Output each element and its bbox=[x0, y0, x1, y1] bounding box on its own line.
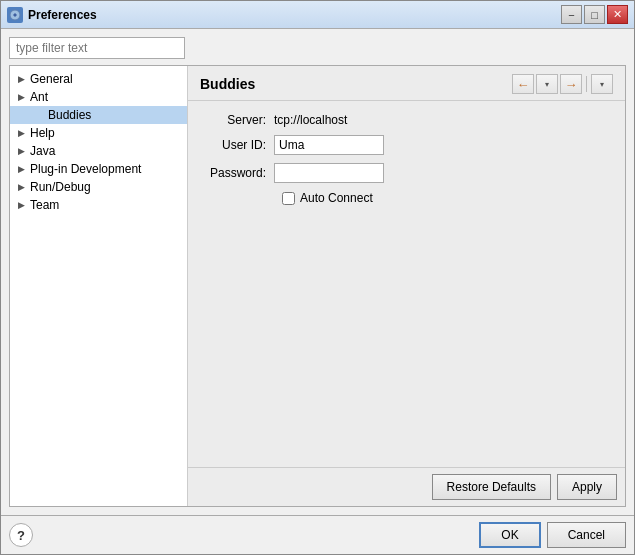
maximize-button[interactable]: □ bbox=[584, 5, 605, 24]
sidebar-item-java[interactable]: Java bbox=[10, 142, 187, 160]
sidebar: General Ant Buddies Help bbox=[10, 66, 188, 506]
toolbar-separator bbox=[586, 76, 587, 92]
password-input[interactable] bbox=[274, 163, 384, 183]
cancel-button[interactable]: Cancel bbox=[547, 522, 626, 548]
minimize-button[interactable]: − bbox=[561, 5, 582, 24]
sidebar-item-run-debug[interactable]: Run/Debug bbox=[10, 178, 187, 196]
sidebar-item-buddies[interactable]: Buddies bbox=[10, 106, 187, 124]
preferences-window: Preferences − □ ✕ General An bbox=[0, 0, 635, 555]
search-input[interactable] bbox=[9, 37, 185, 59]
sidebar-label-team: Team bbox=[30, 198, 59, 212]
sidebar-item-ant[interactable]: Ant bbox=[10, 88, 187, 106]
sidebar-label-buddies: Buddies bbox=[48, 108, 91, 122]
close-button[interactable]: ✕ bbox=[607, 5, 628, 24]
window-controls: − □ ✕ bbox=[561, 5, 628, 24]
window-title: Preferences bbox=[28, 8, 561, 22]
auto-connect-label: Auto Connect bbox=[300, 191, 373, 205]
main-panel: General Ant Buddies Help bbox=[9, 65, 626, 507]
expand-arrow-general bbox=[14, 72, 28, 86]
sidebar-label-general: General bbox=[30, 72, 73, 86]
panel-title: Buddies bbox=[200, 76, 255, 92]
window-icon bbox=[7, 7, 23, 23]
expand-arrow-team bbox=[14, 198, 28, 212]
content-area: General Ant Buddies Help bbox=[1, 29, 634, 515]
forward-button[interactable]: → bbox=[560, 74, 582, 94]
server-row: Server: tcp://localhost bbox=[204, 113, 609, 127]
sidebar-item-plugin-development[interactable]: Plug-in Development bbox=[10, 160, 187, 178]
dialog-footer: ? OK Cancel bbox=[1, 515, 634, 554]
panel-content: Server: tcp://localhost User ID: Passwor… bbox=[188, 101, 625, 467]
server-label: Server: bbox=[204, 113, 274, 127]
password-label: Password: bbox=[204, 166, 274, 180]
expand-arrow-plugin bbox=[14, 162, 28, 176]
menu-button[interactable]: ▾ bbox=[591, 74, 613, 94]
expand-arrow-ant bbox=[14, 90, 28, 104]
restore-defaults-button[interactable]: Restore Defaults bbox=[432, 474, 551, 500]
back-button[interactable]: ← bbox=[512, 74, 534, 94]
userid-label: User ID: bbox=[204, 138, 274, 152]
apply-button[interactable]: Apply bbox=[557, 474, 617, 500]
auto-connect-row: Auto Connect bbox=[204, 191, 609, 205]
panel-header: Buddies ← ▾ → ▾ bbox=[188, 66, 625, 101]
panel-toolbar: ← ▾ → ▾ bbox=[512, 74, 613, 94]
title-bar: Preferences − □ ✕ bbox=[1, 1, 634, 29]
server-value: tcp://localhost bbox=[274, 113, 347, 127]
footer-buttons: OK Cancel bbox=[479, 522, 626, 548]
ok-button[interactable]: OK bbox=[479, 522, 540, 548]
sidebar-label-ant: Ant bbox=[30, 90, 48, 104]
sidebar-item-general[interactable]: General bbox=[10, 70, 187, 88]
search-bar bbox=[9, 37, 626, 59]
sidebar-item-team[interactable]: Team bbox=[10, 196, 187, 214]
expand-arrow-run-debug bbox=[14, 180, 28, 194]
sidebar-label-help: Help bbox=[30, 126, 55, 140]
expand-arrow-java bbox=[14, 144, 28, 158]
password-row: Password: bbox=[204, 163, 609, 183]
sidebar-label-java: Java bbox=[30, 144, 55, 158]
expand-arrow-help bbox=[14, 126, 28, 140]
help-button[interactable]: ? bbox=[9, 523, 33, 547]
sidebar-label-plugin: Plug-in Development bbox=[30, 162, 141, 176]
back-dropdown-button[interactable]: ▾ bbox=[536, 74, 558, 94]
restore-apply-bar: Restore Defaults Apply bbox=[188, 467, 625, 506]
sidebar-label-run-debug: Run/Debug bbox=[30, 180, 91, 194]
right-panel: Buddies ← ▾ → ▾ Server: tcp://localhost bbox=[188, 66, 625, 506]
userid-input[interactable] bbox=[274, 135, 384, 155]
userid-row: User ID: bbox=[204, 135, 609, 155]
auto-connect-checkbox[interactable] bbox=[282, 192, 295, 205]
sidebar-item-help[interactable]: Help bbox=[10, 124, 187, 142]
